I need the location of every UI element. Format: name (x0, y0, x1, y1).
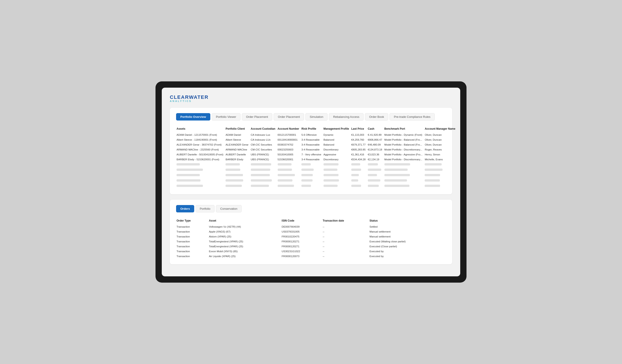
col-benchmark-port: Benchmark Port (384, 126, 425, 132)
orders-table-row[interactable]: TransactionVolkswagen Vz (XETR) (44)DE00… (176, 224, 446, 229)
tab-portfolio[interactable]: Portfolio (195, 205, 215, 212)
inner-container: CLEARWATER ANALYTICS Portfolio Overview … (162, 88, 460, 276)
portfolio-card: Portfolio Overview Portfolio Viewer Orde… (170, 108, 452, 194)
tab-orders[interactable]: Orders (176, 205, 194, 212)
orders-table-row[interactable]: TransactionTotalEnergiestest (XPAR) (25)… (176, 244, 446, 249)
col-transaction-date: Transaction date (323, 218, 369, 224)
portfolio-table-row[interactable]: ADAM Daniel - 1211570001 (Front)ADAM Dan… (176, 133, 457, 137)
col-account-manager: Account Manager Name (425, 126, 457, 132)
col-asset: Asset (209, 218, 281, 224)
col-portfolio-client: Portfolio Client (226, 126, 250, 132)
tab-pretrade-compliance[interactable]: Pre-trade Compliance Rules (389, 113, 434, 121)
portfolio-skeleton-row (176, 162, 457, 167)
tab-order-placement-1[interactable]: Order Placement (242, 113, 272, 121)
col-isin-code: ISIN Code (282, 218, 322, 224)
col-status: Status (369, 218, 446, 224)
tab-order-placement-2[interactable]: Order Placement (274, 113, 304, 121)
portfolio-skeleton-row (176, 173, 457, 178)
orders-table-row[interactable]: TransactionAlstom (XPAR) (25)FR001022047… (176, 234, 446, 239)
portfolio-table-row[interactable]: ARMAND MACline - 2325560 (Front)ARMAND M… (176, 147, 457, 152)
portfolio-table-header: Assets Portfolio Client Account Custodia… (176, 126, 457, 132)
portfolio-table: Assets Portfolio Client Account Custodia… (176, 126, 458, 189)
col-cash: Cash (368, 126, 384, 132)
portfolio-table-row[interactable]: AUBERT Danielle - 50193410005 (Front)AUB… (176, 152, 457, 157)
col-account-custodian: Account Custodian (251, 126, 277, 132)
portfolio-table-row[interactable]: Albert Steeve - 1184190001 (Front)Albert… (176, 138, 457, 142)
portfolio-skeleton-row (176, 183, 457, 188)
col-assets: Assets (176, 126, 225, 132)
logo: CLEARWATER ANALYTICS (170, 94, 452, 102)
orders-tab-bar: Orders Portfolio Conservation (176, 205, 446, 212)
orders-table-row[interactable]: TransactionExxon Mobil (XNYS) (65)US3023… (176, 249, 446, 254)
logo-main: CLEARWATER (170, 94, 452, 100)
tab-rebalancing-access[interactable]: Rebalancing Access (329, 113, 364, 121)
col-risk-profile: Risk Profile (301, 126, 323, 132)
col-order-type: Order Type (176, 218, 209, 224)
orders-card: Orders Portfolio Conservation Order Type… (170, 200, 452, 264)
portfolio-skeleton-row (176, 178, 457, 183)
col-management-profile: Management Profile (324, 126, 351, 132)
screen: CLEARWATER ANALYTICS Portfolio Overview … (156, 81, 466, 283)
portfolio-table-row[interactable]: ALEXANDER Gerar - 38374702 (Front)ALEXAN… (176, 143, 457, 147)
portfolio-table-row[interactable]: BARBER Elody - 5153620001 (Front)BARBER … (176, 157, 457, 162)
orders-table-row[interactable]: TransactionApple (XNGS) (67)US0378331005… (176, 229, 446, 234)
portfolio-skeleton-row (176, 167, 457, 172)
tab-simulation[interactable]: Simulation (305, 113, 328, 121)
logo-sub: ANALYTICS (170, 100, 452, 102)
portfolio-tab-bar: Portfolio Overview Portfolio Viewer Orde… (176, 113, 446, 121)
orders-table-row[interactable]: TransactionTotalEnergiestest (XPAR) (25)… (176, 239, 446, 244)
tab-conservation[interactable]: Conservation (216, 205, 242, 212)
tab-order-book[interactable]: Order Book (365, 113, 388, 121)
tab-portfolio-viewer[interactable]: Portfolio Viewer (212, 113, 240, 121)
orders-table-row[interactable]: TransactionAir Liquide (XPAR) (25)FR0000… (176, 254, 446, 258)
tab-portfolio-overview[interactable]: Portfolio Overview (176, 113, 210, 121)
col-last-price: Last Price (351, 126, 367, 132)
orders-table: Order Type Asset ISIN Code Transaction d… (176, 217, 446, 259)
orders-table-header: Order Type Asset ISIN Code Transaction d… (176, 218, 446, 224)
col-account-number: Account Number (278, 126, 301, 132)
